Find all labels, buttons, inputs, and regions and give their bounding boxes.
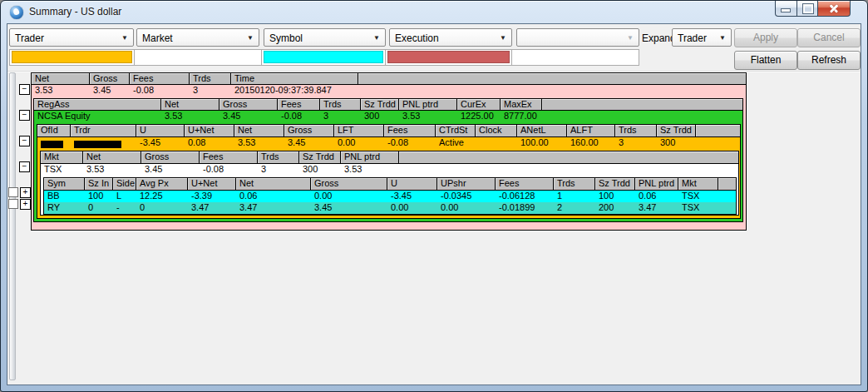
cell-fees: -0.08 [278,111,320,122]
trader-collapse-toggle[interactable]: − [19,136,30,146]
col-header: Side [113,178,136,190]
vertical-scrollbar[interactable] [9,72,16,380]
col-header: Net [83,151,141,163]
symbol-bb-checkbox[interactable] [8,187,18,197]
redacted-trdr [74,141,121,148]
col-header: Gross [141,151,200,163]
cell-trdr [71,137,136,149]
summary-collapse-toggle[interactable]: − [19,84,30,95]
col-header: PNL ptrd [341,151,399,163]
cell-gross: 3.45 [311,202,387,214]
trader-row[interactable]: -3.45 0.08 3.53 3.45 0.00 -0.08 Active 1… [37,137,740,149]
cell-regass: NCSA Equity [34,111,161,122]
refresh-button[interactable]: Refresh [797,51,861,70]
flatten-button[interactable]: Flatten [734,51,797,70]
maximize-icon [803,4,813,13]
cell-fees: -0.06128 [496,191,554,202]
cell-u: 0.00 [387,202,437,214]
cancel-button[interactable]: Cancel [797,28,861,47]
extra-color-cell[interactable] [512,50,639,65]
cell-net: 0.06 [236,191,311,202]
filter-color-strip [9,49,639,66]
cell-unet: 3.47 [188,202,236,214]
execution-filter-dropdown[interactable]: Execution ▼ [389,28,512,47]
cell-unet: -3.39 [188,191,236,202]
col-header: U+Net [188,178,236,190]
cell-clock [476,137,517,149]
col-header: Mkt [678,178,718,190]
chevron-down-icon: ▼ [627,34,634,42]
col-header: Trds [554,178,595,190]
col-header: Trdr [71,125,136,136]
symbol-ry-expand-toggle[interactable]: + [20,199,31,210]
symbol-color-cell[interactable] [262,50,386,65]
market-filter-dropdown[interactable]: Market ▼ [136,28,259,47]
execution-filter-label: Execution [395,32,439,44]
market-row[interactable]: TSX 3.53 3.45 -0.08 3 300 3.53 [41,164,738,176]
app-icon [10,6,23,19]
symbol-color-swatch [264,51,383,63]
cell-filler [718,202,736,214]
col-header: U [387,178,437,190]
symbol-row-ry[interactable]: RY 0 - 0 3.47 3.47 3.45 0.00 0.00 -0.018… [44,202,736,214]
close-button[interactable] [817,1,851,17]
maximize-button[interactable] [796,1,818,17]
trader-color-cell[interactable] [10,50,135,65]
cell-sym: RY [44,202,85,214]
cell-gross: 3.45 [284,137,334,149]
caption-buttons [776,1,851,17]
apply-button[interactable]: Apply [734,28,797,47]
trader-filter-dropdown[interactable]: Trader ▼ [9,28,134,47]
col-header: Fees [130,73,190,84]
summary-header-row: Net Gross Fees Trds Time [32,73,746,85]
cell-fees: -0.08 [130,85,190,97]
cell-gross: 3.45 [219,111,278,122]
cell-filler [542,111,742,122]
cell-trds: 3 [615,137,657,149]
col-header-filler [718,178,736,190]
cell-sym: BB [44,191,85,202]
col-header: Clock [476,125,517,136]
symbol-ry-checkbox[interactable] [8,199,18,209]
symbol-row-bb[interactable]: BB 100 L 12.25 -3.39 0.06 0.00 -3.45 -0.… [44,191,736,202]
col-header: Gross [219,99,278,110]
market-filter-label: Market [142,32,173,44]
symbols-table: Sym Sz In Side Avg Px U+Net Net Gross U … [43,177,737,215]
cell-u: -3.45 [136,137,185,149]
chevron-down-icon: ▼ [373,34,380,42]
execution-color-swatch [387,51,510,63]
market-table: Mkt Net Gross Fees Trds Sz Trdd PNL ptrd… [40,151,739,216]
chevron-down-icon: ▼ [500,34,506,42]
cell-curex: 1225.00 [457,111,501,122]
cell-upshr: -0.0345 [437,191,496,202]
cell-net: 3.53 [83,164,141,176]
regass-row[interactable]: NCSA Equity 3.53 3.45 -0.08 3 300 3.53 1… [34,111,742,122]
col-header: PNL ptrd [399,99,457,110]
col-header: Sz Trdd [361,99,399,110]
cell-szin: 100 [85,191,113,202]
summary-row[interactable]: 3.53 3.45 -0.08 3 20150120-09:37:39.847 [32,85,746,97]
cell-mkt: TSX [41,164,83,176]
toolbar-separator [7,71,860,72]
col-header: Sym [44,178,85,190]
col-header: Fees [384,125,436,136]
col-header: Sz In [85,178,113,190]
cell-net: 3.47 [236,202,311,214]
market-color-cell[interactable] [135,50,262,65]
cell-time: 20150120-09:37:39.847 [231,85,358,97]
minimize-button[interactable] [775,1,797,17]
symbol-bb-expand-toggle[interactable]: + [20,187,31,198]
title-bar[interactable]: Summary - US dollar [1,1,867,24]
cell-gross: 0.00 [311,191,387,202]
col-header: LFT [334,125,384,136]
col-header: Avg Px [136,178,188,190]
col-header: UPshr [437,178,496,190]
regass-collapse-toggle[interactable]: − [19,110,30,121]
cell-sztrdd: 300 [361,111,399,122]
symbol-filter-dropdown[interactable]: Symbol ▼ [264,28,386,47]
execution-color-cell[interactable] [386,50,512,65]
col-header: MaxEx [501,99,542,110]
regass-header-row: RegAss Net Gross Fees Trds Sz Trdd PNL p… [34,99,742,111]
expand-dropdown[interactable]: Trader ▼ [672,28,732,47]
market-collapse-toggle[interactable]: − [19,161,30,172]
